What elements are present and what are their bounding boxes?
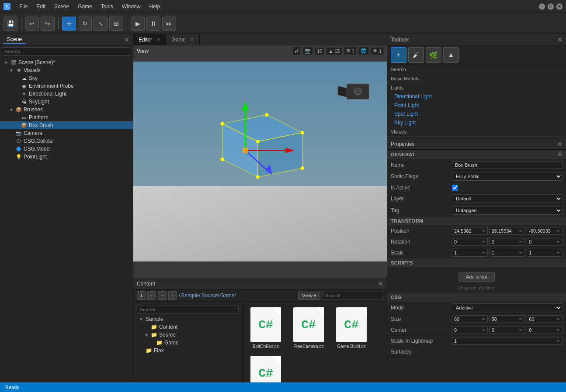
tab-editor[interactable]: Editor ✕ xyxy=(133,34,166,45)
viewport-camera-icon[interactable]: 📷 xyxy=(303,47,313,55)
step-button[interactable]: ⏭ xyxy=(162,17,176,31)
transform-section-header[interactable]: Transform xyxy=(387,217,566,226)
grid-button[interactable]: ⊞ xyxy=(109,17,123,31)
tree-item-dir-light[interactable]: ☀ Directional Light xyxy=(0,90,133,98)
nav-download-button[interactable]: ⬇ xyxy=(137,291,146,300)
rotation-x-edit[interactable]: ✏ xyxy=(482,240,486,244)
position-x-edit[interactable]: ✏ xyxy=(482,229,486,233)
toolbox-item-spot-light[interactable]: Spot Light xyxy=(387,110,566,118)
prop-input-name[interactable] xyxy=(452,161,563,169)
nav-back-button[interactable]: ← xyxy=(147,291,156,300)
scripts-section-header[interactable]: Scripts xyxy=(387,258,566,268)
tree-item-flax-folder[interactable]: 📁 Flax xyxy=(135,347,240,354)
breadcrumb-game[interactable]: Game/ xyxy=(220,292,236,299)
content-panel-close[interactable]: ✕ xyxy=(378,280,383,287)
viewport-eye-count[interactable]: 👁 1 xyxy=(371,48,383,55)
tree-item-skylight[interactable]: 🌤 SkyLight xyxy=(0,98,133,106)
file-item-my-script[interactable]: C# MyScript.cs xyxy=(246,354,285,382)
tree-item-visuals[interactable]: ▼ 👁 Visuals xyxy=(0,66,133,74)
prop-select-layer[interactable]: Default xyxy=(452,194,563,203)
toolbox-close[interactable]: ✕ xyxy=(557,36,563,43)
translate-button[interactable]: ✛ xyxy=(62,17,76,31)
csg-section-header[interactable]: CSG xyxy=(387,293,566,302)
viewport-mesh-count[interactable]: ⚙ 1 xyxy=(344,47,356,55)
save-button[interactable]: 💾 xyxy=(3,17,17,31)
add-script-button[interactable]: Add script xyxy=(458,272,495,282)
tree-item-box-brush[interactable]: 📦 Box Brush xyxy=(0,121,133,129)
rotation-z-edit[interactable]: ✏ xyxy=(557,240,560,244)
toolbox-add-button[interactable]: + xyxy=(391,47,406,63)
undo-button[interactable]: ↩ xyxy=(25,17,39,31)
file-item-free-camera[interactable]: C# FreeCamera.cs xyxy=(289,306,328,351)
tree-item-source-folder[interactable]: ▼ 📁 Source xyxy=(135,331,240,339)
toolbox-foliage-button[interactable]: 🌿 xyxy=(426,47,441,63)
toolbox-basic-models-header[interactable]: Basic Models xyxy=(387,74,566,83)
tab-game-close[interactable]: ✕ xyxy=(190,37,194,42)
scene-search-input[interactable] xyxy=(2,47,131,56)
tree-item-game-folder[interactable]: 📁 Game xyxy=(135,339,240,347)
menu-window[interactable]: Window xyxy=(118,3,144,10)
nav-up-button[interactable]: ↑ xyxy=(168,291,177,300)
center-y-edit[interactable]: ✏ xyxy=(519,328,523,332)
close-button[interactable]: ✕ xyxy=(556,3,563,10)
menu-scene[interactable]: Scene xyxy=(51,3,73,10)
prop-checkbox-is-active[interactable] xyxy=(452,185,458,191)
content-tree-search-input[interactable] xyxy=(137,306,239,313)
viewport-world-icon[interactable]: 🌐 xyxy=(359,47,368,55)
menu-tools[interactable]: Tools xyxy=(97,3,117,10)
prop-select-static-flags[interactable]: Fully Static xyxy=(452,172,563,181)
tree-item-scene[interactable]: ▼ 🎬 Scene (Scene)* xyxy=(0,58,133,66)
viewport-grid-count[interactable]: 10 xyxy=(315,48,324,55)
scale-y-edit[interactable]: ✏ xyxy=(519,251,523,255)
size-y-edit[interactable]: ✏ xyxy=(519,317,523,321)
breadcrumb-sample[interactable]: Sample/ xyxy=(181,292,200,299)
rotate-button[interactable]: ↻ xyxy=(78,17,92,31)
tree-item-brushes[interactable]: ▼ 📦 Brushes xyxy=(0,106,133,113)
file-item-exit-on-esc[interactable]: C# ExitOnEsc.cs xyxy=(246,306,285,351)
viewport-transform-icon[interactable]: ⇄ xyxy=(293,47,300,55)
tree-item-camera[interactable]: 📷 Camera xyxy=(0,129,133,137)
viewport[interactable]: View ⇄ 📷 10 ▲ 15 ⚙ 1 🌐 👁 1 xyxy=(133,45,387,278)
toolbox-terrain-button[interactable]: ▲ xyxy=(443,47,459,63)
general-gear-icon[interactable]: ⚙ xyxy=(558,151,563,158)
properties-close[interactable]: ✕ xyxy=(557,141,563,148)
tab-game[interactable]: Game ✕ xyxy=(166,34,200,45)
toolbox-visuals-header[interactable]: Visuals xyxy=(387,127,566,136)
tree-item-content-folder[interactable]: 📁 Content xyxy=(135,323,240,331)
prop-select-mode[interactable]: Additive xyxy=(452,303,563,312)
tree-item-sample-root[interactable]: ▼ Sample xyxy=(135,315,240,323)
tree-item-platform[interactable]: ▭ Platform xyxy=(0,113,133,121)
tree-item-sky[interactable]: ☁ Sky xyxy=(0,74,133,82)
file-item-game-build[interactable]: C# Game.Build.cs xyxy=(332,306,371,351)
toolbox-search-label[interactable]: Search xyxy=(387,65,566,74)
toolbox-paint-button[interactable]: 🖌 xyxy=(408,47,424,63)
menu-edit[interactable]: Edit xyxy=(33,3,49,10)
breadcrumb-root[interactable]: / xyxy=(179,292,180,299)
scale-x-edit[interactable]: ✏ xyxy=(482,251,486,255)
general-section-header[interactable]: General ⚙ xyxy=(387,150,566,160)
scene-tab[interactable]: Scene xyxy=(3,35,25,44)
position-y-edit[interactable]: ✏ xyxy=(519,229,523,233)
redo-button[interactable]: ↪ xyxy=(41,17,55,31)
maximize-button[interactable]: □ xyxy=(548,3,554,10)
content-search-input[interactable] xyxy=(322,292,383,299)
toolbox-item-point-light[interactable]: Point Light xyxy=(387,101,566,110)
scale-button[interactable]: ⤡ xyxy=(94,17,108,31)
viewport-light-count[interactable]: ▲ 15 xyxy=(326,48,341,55)
pause-button[interactable]: ⏸ xyxy=(146,17,160,31)
scene-panel-close[interactable]: ✕ xyxy=(124,36,129,43)
tree-item-csg-collider[interactable]: ⬡ CSG.Collider xyxy=(0,137,133,145)
tab-editor-close[interactable]: ✕ xyxy=(156,37,160,42)
toolbox-item-directional-light[interactable]: Directional Light xyxy=(387,92,566,101)
menu-game[interactable]: Game xyxy=(74,3,96,10)
breadcrumb-source[interactable]: Source/ xyxy=(201,292,219,299)
toolbox-item-sky-light[interactable]: Sky Light xyxy=(387,118,566,127)
tree-item-csg-model[interactable]: 🔷 CSG.Model xyxy=(0,145,133,153)
center-z-edit[interactable]: ✏ xyxy=(557,328,560,332)
position-z-edit[interactable]: ✏ xyxy=(557,229,560,233)
toolbox-lights-header[interactable]: Lights xyxy=(387,83,566,92)
minimize-button[interactable]: ─ xyxy=(539,3,545,10)
play-button[interactable]: ▶ xyxy=(131,17,145,31)
tree-item-env-probe[interactable]: ◉ Environment Probe xyxy=(0,82,133,90)
scale-z-edit[interactable]: ✏ xyxy=(557,251,560,255)
